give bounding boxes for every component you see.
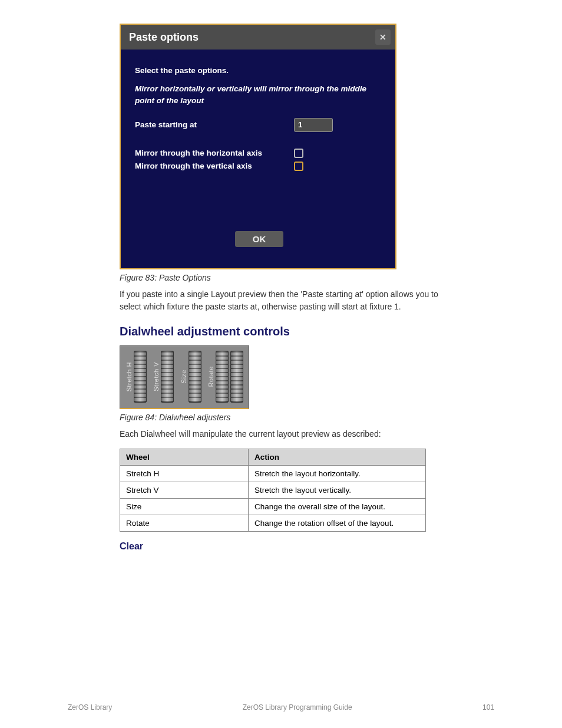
dialog-help-text: Mirror horizontally or vertically will m… [135, 83, 376, 107]
dialog-titlebar: Paste options ✕ [121, 25, 395, 50]
footer-left: ZerOS Library [68, 703, 112, 711]
table-header-wheel: Wheel [120, 449, 249, 465]
wheel-label-rotate: Rotate [207, 366, 214, 387]
figure-caption-2: Figure 84: Dialwheel adjusters [120, 413, 494, 422]
wheel-label-size: Size [180, 370, 187, 383]
table-cell: Size [120, 498, 249, 515]
table-cell: Stretch the layout vertically. [248, 482, 425, 498]
heading-clear: Clear [120, 541, 494, 552]
dialog-body: Select the paste options. Mirror horizon… [121, 50, 395, 268]
dialog-title: Paste options [129, 31, 199, 44]
table-row: Size Change the overall size of the layo… [120, 498, 426, 515]
dialwheel-rotate-1[interactable] [216, 351, 229, 403]
table-cell: Change the overall size of the layout. [248, 498, 425, 515]
mirror-vertical-checkbox[interactable] [294, 162, 303, 171]
mirror-horizontal-checkbox[interactable] [294, 149, 303, 158]
dialwheel-table: Wheel Action Stretch H Stretch the layou… [120, 449, 426, 532]
page-footer: ZerOS Library ZerOS Library Programming … [0, 703, 562, 711]
dialwheel-stretch-v[interactable] [161, 351, 174, 403]
table-row: Rotate Change the rotation offset of the… [120, 515, 426, 531]
table-cell: Change the rotation offset of the layout… [248, 515, 425, 531]
table-cell: Stretch H [120, 465, 249, 482]
footer-page-number: 101 [482, 703, 494, 711]
paragraph-2: Each Dialwheel will manipulate the curre… [120, 428, 444, 440]
paste-options-dialog: Paste options ✕ Select the paste options… [120, 24, 396, 269]
paste-starting-input[interactable]: 1 [294, 118, 333, 132]
wheel-size: Size [180, 351, 201, 403]
dialwheel-stretch-h[interactable] [134, 351, 147, 403]
mirror-horizontal-label: Mirror through the horizontal axis [135, 149, 294, 157]
paste-starting-label: Paste starting at [135, 120, 294, 129]
table-cell: Rotate [120, 515, 249, 531]
table-row: Stretch H Stretch the layout horizontall… [120, 465, 426, 482]
table-cell: Stretch the layout horizontally. [248, 465, 425, 482]
heading-dialwheel: Dialwheel adjustment controls [120, 325, 494, 338]
table-cell: Stretch V [120, 482, 249, 498]
ok-button[interactable]: OK [235, 231, 284, 247]
close-button[interactable]: ✕ [375, 29, 391, 45]
dialwheel-rotate-2[interactable] [230, 351, 243, 403]
dialwheel-size[interactable] [189, 351, 201, 403]
dialog-instruction: Select the paste options. [135, 66, 384, 75]
wheel-label-stretch-h: Stretch H [125, 362, 133, 391]
table-row: Stretch V Stretch the layout vertically. [120, 482, 426, 498]
wheel-rotate: Rotate [207, 351, 243, 403]
footer-center: ZerOS Library Programming Guide [112, 703, 482, 711]
mirror-vertical-label: Mirror through the vertical axis [135, 162, 294, 170]
dialwheel-panel: Stretch H Stretch V Size Rotate [120, 345, 249, 409]
wheel-stretch-v: Stretch V [153, 351, 174, 403]
wheel-label-stretch-v: Stretch V [153, 362, 160, 391]
wheel-stretch-h: Stretch H [125, 351, 147, 403]
close-icon: ✕ [379, 32, 386, 42]
figure-caption-1: Figure 83: Paste Options [120, 273, 494, 282]
paragraph-1: If you paste into a single Layout previe… [120, 288, 444, 313]
table-header-action: Action [248, 449, 425, 465]
